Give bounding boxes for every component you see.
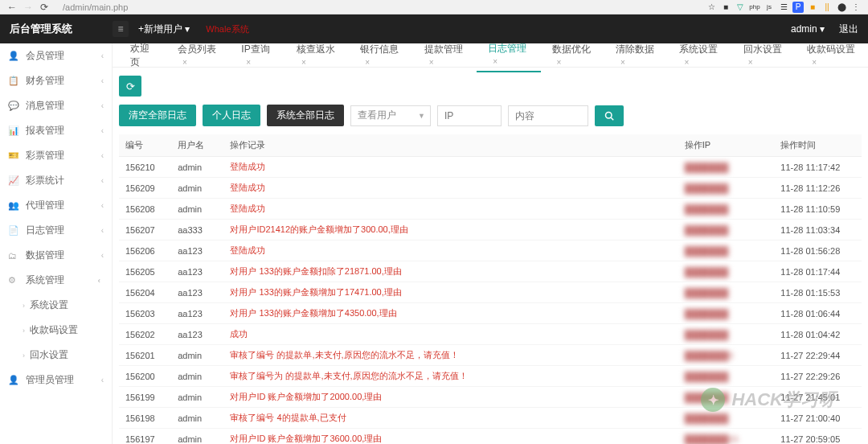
- cell-op: 对用户 133的账户金额增加了17471.00,理由: [223, 282, 678, 303]
- system-notice: Whale系统: [206, 23, 248, 35]
- sidebar-subitem[interactable]: ›收款码设置: [0, 318, 112, 343]
- cell-ip: ███████: [678, 157, 775, 178]
- log-table-wrap[interactable]: 编号 用户名 操作记录 操作IP 操作时间 156210admin登陆成功███…: [113, 134, 868, 444]
- cell-user: admin: [171, 178, 223, 199]
- close-icon[interactable]: ×: [620, 58, 625, 67]
- sidebar-label: 彩票管理: [26, 149, 64, 162]
- sidebar-item[interactable]: 🎫彩票管理‹: [0, 143, 112, 168]
- ip-input[interactable]: [437, 105, 502, 126]
- close-icon[interactable]: ×: [557, 58, 562, 67]
- cell-id: 156203: [119, 303, 171, 324]
- table-row: 156209admin登陆成功███████11-28 11:12:26: [119, 178, 862, 199]
- tab[interactable]: 会员列表×: [166, 39, 230, 72]
- close-icon[interactable]: ×: [246, 58, 251, 67]
- close-icon[interactable]: ×: [365, 58, 370, 67]
- cell-id: 156209: [119, 178, 171, 199]
- sidebar-item[interactable]: 📋财务管理‹: [0, 68, 112, 93]
- browser-bar: ← → ⟳ /admin/main.php ☆ ■ ▽ php js ☰ P ■…: [0, 0, 868, 14]
- table-row: 156206aa123登陆成功███████11-28 01:56:28: [119, 240, 862, 261]
- tab[interactable]: IP查询×: [230, 39, 285, 72]
- close-icon[interactable]: ×: [429, 58, 434, 67]
- cell-op: 登陆成功: [223, 178, 678, 199]
- cell-user: aa123: [171, 261, 223, 282]
- sidebar-toggle[interactable]: ≡: [113, 21, 129, 37]
- close-icon[interactable]: ×: [748, 58, 753, 67]
- refresh-button[interactable]: ⟳: [119, 76, 141, 97]
- sidebar-item[interactable]: 🗂数据管理‹: [0, 243, 112, 268]
- cell-user: admin: [171, 387, 223, 408]
- ext-icon[interactable]: ▽: [735, 2, 746, 13]
- sidebar-item[interactable]: 📈彩票统计‹: [0, 168, 112, 193]
- cell-id: 156198: [119, 408, 171, 429]
- sidebar-label: 回水设置: [30, 348, 68, 362]
- sidebar-item[interactable]: 👤管理员管理‹: [0, 368, 112, 393]
- ext-icon[interactable]: ■: [720, 2, 731, 13]
- tab[interactable]: 系统设置×: [668, 39, 731, 72]
- ext-icon[interactable]: ⬤: [836, 2, 847, 13]
- tab-label: IP查询: [241, 43, 269, 55]
- current-user[interactable]: admin ▾: [791, 23, 825, 35]
- cell-ip: ███████: [678, 366, 775, 387]
- personal-log-button[interactable]: 个人日志: [203, 105, 260, 126]
- ext-menu[interactable]: ⋮: [850, 2, 862, 13]
- ext-icon[interactable]: ☰: [778, 2, 789, 13]
- nav-forward[interactable]: →: [23, 2, 34, 13]
- tab[interactable]: 数据优化×: [541, 39, 604, 72]
- ext-icon[interactable]: P: [792, 2, 804, 13]
- tab[interactable]: 日志管理×: [477, 38, 540, 72]
- chevron-icon: ‹: [101, 126, 104, 135]
- nav-back[interactable]: ←: [6, 2, 18, 13]
- ext-icon[interactable]: js: [764, 2, 775, 13]
- menu-icon: 👤: [8, 51, 19, 61]
- clear-all-logs-button[interactable]: 清空全部日志: [119, 105, 196, 126]
- cell-op: 审核了编号 的提款单,未支付,原因您的流水不足，请充值！: [223, 345, 678, 366]
- tab[interactable]: 回水设置×: [732, 39, 796, 72]
- sidebar-subitem[interactable]: ›回水设置: [0, 343, 112, 368]
- logout-button[interactable]: 退出: [839, 23, 858, 36]
- close-icon[interactable]: ×: [301, 58, 306, 67]
- toolbar-row1: ⟳: [113, 68, 868, 105]
- tab[interactable]: 收款码设置×: [796, 39, 868, 72]
- search-button[interactable]: [595, 105, 624, 126]
- cell-ip: ███████99: [678, 429, 775, 445]
- chevron-icon: ⌄: [96, 278, 105, 284]
- sidebar-item[interactable]: 👤会员管理‹: [0, 43, 112, 68]
- tab[interactable]: 银行信息×: [349, 39, 412, 72]
- chevron-icon: ›: [23, 302, 25, 310]
- ext-icon[interactable]: php: [749, 2, 760, 13]
- close-icon[interactable]: ×: [493, 57, 497, 66]
- sidebar-item[interactable]: ⚙系统管理⌄: [0, 268, 112, 293]
- close-icon[interactable]: ×: [684, 58, 689, 67]
- cell-user: admin: [171, 345, 223, 366]
- sidebar-item[interactable]: 💬消息管理‹: [0, 93, 112, 118]
- log-table: 编号 用户名 操作记录 操作IP 操作时间 156210admin登陆成功███…: [119, 134, 862, 444]
- add-user-button[interactable]: +新增用户 ▾: [138, 23, 190, 36]
- cell-time: 11-27 21:00:40: [774, 408, 862, 429]
- cell-op: 登陆成功: [223, 199, 678, 220]
- close-icon[interactable]: ×: [182, 58, 187, 67]
- sidebar-subitem[interactable]: ›系统设置: [0, 293, 112, 318]
- tab-label: 提款管理: [424, 43, 463, 55]
- cell-time: 11-27 22:29:44: [774, 345, 862, 366]
- url-bar[interactable]: /admin/main.php: [63, 2, 702, 12]
- tab[interactable]: 清除数据×: [604, 39, 668, 72]
- ext-icon[interactable]: ☆: [706, 2, 717, 13]
- content-input[interactable]: [508, 105, 588, 126]
- tab[interactable]: 欢迎页: [119, 38, 166, 73]
- sidebar-item[interactable]: 📊报表管理‹: [0, 118, 112, 143]
- tab[interactable]: 核查返水×: [285, 39, 349, 72]
- ext-icon[interactable]: ■: [807, 2, 818, 13]
- view-user-select[interactable]: 查看用户 ▼: [350, 105, 431, 126]
- ext-icon[interactable]: ||: [821, 2, 833, 13]
- nav-reload[interactable]: ⟳: [39, 2, 50, 13]
- tab[interactable]: 提款管理×: [413, 39, 477, 72]
- system-all-logs-button[interactable]: 系统全部日志: [267, 105, 344, 126]
- close-icon[interactable]: ×: [812, 58, 817, 67]
- sidebar-item[interactable]: 👥代理管理‹: [0, 193, 112, 218]
- sidebar-item[interactable]: 📄日志管理‹: [0, 218, 112, 243]
- cell-time: 11-27 21:45:01: [774, 387, 862, 408]
- cell-time: 11-28 11:10:59: [774, 199, 862, 220]
- menu-icon: 🗂: [8, 251, 19, 261]
- th-id: 编号: [119, 134, 171, 157]
- cell-id: 156207: [119, 220, 171, 240]
